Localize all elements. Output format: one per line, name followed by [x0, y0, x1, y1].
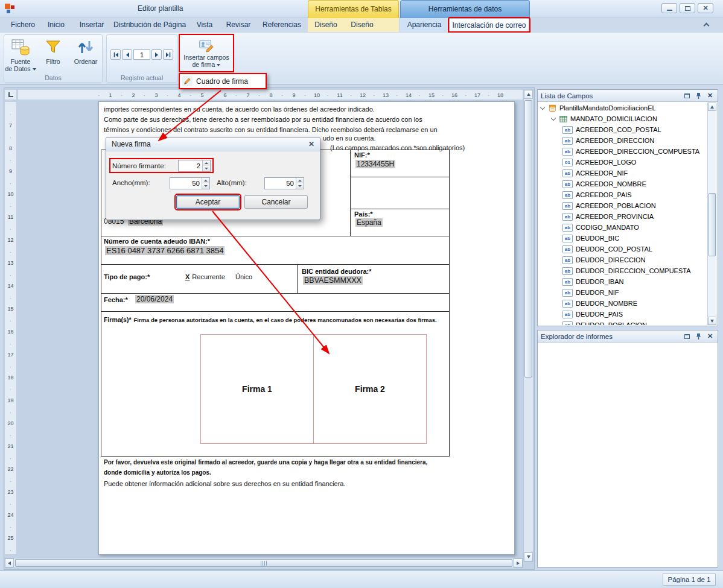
field-item[interactable]: ab DEUDOR_NOMBRE: [538, 298, 707, 309]
tree-node-table[interactable]: MANDATO_DOMICILIACION: [538, 113, 707, 124]
tab-vista[interactable]: Vista: [191, 18, 218, 31]
document-vertical-scrollbar[interactable]: [523, 89, 533, 562]
field-type-icon: ab: [562, 267, 573, 275]
field-item[interactable]: ab ACREEDOR_DIRECCION_COMPUESTA: [538, 146, 707, 157]
spin-up-button[interactable]: [202, 178, 209, 183]
ancho-input[interactable]: 50: [170, 177, 210, 189]
tab-revisar[interactable]: Revisar: [222, 18, 255, 31]
signature-box-1[interactable]: Firma 1: [200, 334, 314, 444]
field-item[interactable]: ab DEUDOR_POBLACION: [538, 320, 707, 325]
spin-up-button[interactable]: [203, 160, 210, 166]
scroll-up-arrow[interactable]: [524, 90, 533, 99]
alto-spinner[interactable]: [296, 178, 304, 189]
last-record-button[interactable]: [163, 49, 173, 60]
alto-input[interactable]: 50: [264, 177, 304, 189]
expander-chevron-icon[interactable]: [551, 115, 556, 120]
ruler-number: 23: [5, 481, 16, 504]
scroll-left-arrow[interactable]: [5, 558, 14, 567]
signature-pen-icon: [182, 76, 193, 86]
ruler-number: 4: [168, 90, 191, 100]
ordenar-button[interactable]: Ordenar: [69, 36, 102, 72]
tab-distribucion-de-pagina[interactable]: Distribución de Página: [113, 18, 185, 31]
field-item[interactable]: ab DEUDOR_COD_POSTAL: [538, 244, 707, 254]
dialog-titlebar[interactable]: Nueva firma ✕: [106, 138, 320, 151]
previous-record-icon: [124, 52, 130, 58]
tab-insertar[interactable]: Insertar: [75, 18, 109, 31]
insertar-campos-de-firma-button[interactable]: Insertar camposde firma: [179, 34, 234, 72]
next-record-button[interactable]: [151, 49, 162, 60]
tab-apariencia[interactable]: Apariencia: [404, 18, 444, 31]
minimize-icon: [667, 10, 672, 11]
panel-close-button[interactable]: ✕: [705, 332, 715, 341]
panel-pin-button[interactable]: [694, 332, 703, 341]
scroll-thumb[interactable]: [709, 193, 716, 256]
fields-panel-scrollbar[interactable]: [707, 103, 717, 325]
menu-item-cuadro-de-firma[interactable]: Cuadro de firma: [180, 74, 266, 88]
panel-restore-button[interactable]: [683, 92, 692, 100]
tab-referencias[interactable]: Referencias: [261, 18, 303, 31]
ruler-number: 8: [260, 90, 282, 100]
close-button[interactable]: ✕: [698, 3, 713, 13]
document-horizontal-scrollbar[interactable]: [4, 558, 523, 568]
doc-paragraph: Como parte de sus derechos, tiene derech…: [104, 116, 422, 123]
collapse-ribbon-button[interactable]: [699, 18, 713, 31]
field-item[interactable]: ab ACREEDOR_NIF: [538, 168, 707, 179]
field-item[interactable]: ab DEUDOR_IBAN: [538, 276, 707, 287]
fuente-de-datos-button[interactable]: Fuentede Datos: [4, 36, 37, 72]
chevron-up-icon: [703, 23, 709, 29]
panel-pin-button[interactable]: [694, 92, 703, 100]
numero-firmante-spinner[interactable]: [202, 160, 210, 171]
spin-down-button[interactable]: [296, 183, 304, 189]
current-record-input[interactable]: 1: [133, 49, 150, 60]
tab-intercalacion-de-correo[interactable]: Intercalación de correo: [449, 18, 529, 31]
field-item[interactable]: ab DEUDOR_BIC: [538, 233, 707, 244]
scroll-down-arrow[interactable]: [708, 317, 716, 325]
scroll-up-arrow[interactable]: [708, 103, 716, 111]
expander-chevron-icon[interactable]: [540, 104, 545, 109]
tab-diseno-tablas-2[interactable]: Diseño: [346, 18, 378, 31]
field-item[interactable]: 01 ACREEDOR_LOGO: [538, 157, 707, 168]
field-item[interactable]: ab ACREEDOR_COD_POSTAL: [538, 124, 707, 135]
panel-close-button[interactable]: ✕: [705, 92, 715, 100]
field-item[interactable]: ab ACREEDOR_PROVINCIA: [538, 211, 707, 222]
filtro-button[interactable]: Filtro: [37, 36, 69, 72]
panel-restore-button[interactable]: [683, 332, 692, 341]
field-item[interactable]: ab CODIGO_MANDATO: [538, 222, 707, 233]
field-item[interactable]: ab ACREEDOR_NOMBRE: [538, 179, 707, 189]
tab-fichero[interactable]: Fichero: [8, 18, 37, 31]
dialog-close-button[interactable]: ✕: [308, 140, 314, 148]
minimize-button[interactable]: [661, 3, 677, 13]
maximize-button[interactable]: [680, 3, 695, 13]
ancho-spinner[interactable]: [202, 178, 209, 189]
vertical-scroll-thumb[interactable]: [524, 100, 532, 378]
field-item[interactable]: ab DEUDOR_DIRECCION_COMPUESTA: [538, 265, 707, 276]
tab-diseno-tablas[interactable]: Diseño: [310, 18, 342, 31]
field-item[interactable]: ab DEUDOR_PAIS: [538, 309, 707, 320]
field-item[interactable]: ab DEUDOR_DIRECCION: [538, 254, 707, 265]
spin-down-button[interactable]: [202, 183, 209, 189]
scroll-down-arrow[interactable]: [524, 552, 533, 561]
cancelar-button[interactable]: Cancelar: [244, 195, 308, 209]
field-item[interactable]: ab ACREEDOR_POBLACION: [538, 200, 707, 211]
spin-down-button[interactable]: [203, 166, 210, 171]
previous-record-button[interactable]: [122, 49, 132, 60]
horizontal-scroll-thumb[interactable]: [15, 559, 512, 567]
aceptar-button[interactable]: Aceptar: [176, 195, 240, 209]
scroll-right-arrow[interactable]: [514, 558, 523, 567]
signature-box-2[interactable]: Firma 2: [313, 334, 427, 444]
field-item[interactable]: ab ACREEDOR_PAIS: [538, 189, 707, 200]
spin-up-button[interactable]: [296, 178, 304, 183]
field-item[interactable]: ab DEUDOR_NIF: [538, 287, 707, 298]
titlebar: Editor plantilla Herramientas de Tablas …: [0, 0, 723, 18]
doc-paragraph-fragment: udo en su cuenta.: [323, 134, 375, 142]
horizontal-ruler[interactable]: 123456789101112131415161718: [18, 89, 523, 100]
pin-icon: [695, 92, 702, 100]
tree-node-root[interactable]: PlantillaMandatoDomiciliacionEL: [538, 103, 707, 113]
vertical-ruler[interactable]: 7891011121314151617181920212223242526: [4, 101, 17, 555]
numero-firmante-input[interactable]: 2: [178, 160, 211, 172]
first-record-button[interactable]: [110, 49, 121, 60]
ruler-number: 16: [443, 90, 466, 100]
field-item[interactable]: ab ACREEDOR_DIRECCION: [538, 135, 707, 146]
tab-inicio[interactable]: Inicio: [42, 18, 70, 31]
tab-stop-selector[interactable]: [4, 89, 17, 100]
